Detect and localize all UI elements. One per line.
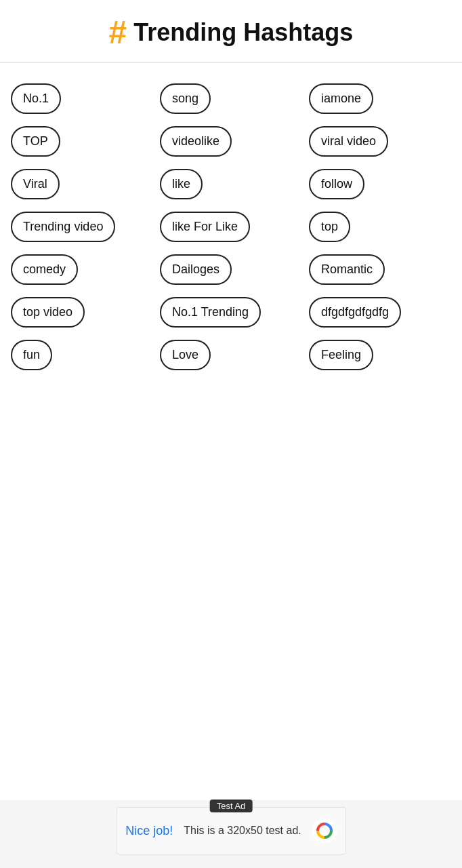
tags-grid: No.1TOPViralTrending videocomedytop vide… bbox=[11, 83, 451, 370]
tag-pill[interactable]: song bbox=[160, 83, 211, 114]
content-area: No.1TOPViralTrending videocomedytop vide… bbox=[0, 63, 462, 800]
ad-nice-text: Nice job! bbox=[125, 824, 173, 838]
tag-pill[interactable]: like For Like bbox=[160, 212, 250, 242]
tag-pill[interactable]: Feeling bbox=[309, 340, 373, 370]
hashtag-icon: # bbox=[109, 16, 127, 49]
tag-pill[interactable]: Dailoges bbox=[160, 254, 232, 285]
tag-pill[interactable]: Trending video bbox=[11, 212, 115, 242]
column-3: iamoneviral videofollowtopRomanticdfgdfg… bbox=[309, 83, 451, 370]
ad-banner: Test Ad Nice job! This is a 320x50 test … bbox=[116, 807, 346, 854]
tag-pill[interactable]: videolike bbox=[160, 126, 232, 157]
ad-label: Test Ad bbox=[210, 800, 253, 812]
ad-description: This is a 320x50 test ad. bbox=[184, 825, 301, 837]
tag-pill[interactable]: No.1 Trending bbox=[160, 297, 261, 328]
page-title: Trending Hashtags bbox=[133, 18, 353, 47]
svg-point-0 bbox=[312, 818, 337, 843]
tag-pill[interactable]: follow bbox=[309, 169, 364, 199]
tag-pill[interactable]: iamone bbox=[309, 83, 373, 114]
tag-pill[interactable]: top bbox=[309, 212, 350, 242]
tag-pill[interactable]: like bbox=[160, 169, 203, 199]
column-2: songvideolikelikelike For LikeDailogesNo… bbox=[160, 83, 302, 370]
tag-pill[interactable]: Viral bbox=[11, 169, 60, 199]
tag-pill[interactable]: top video bbox=[11, 297, 85, 328]
tag-pill[interactable]: Romantic bbox=[309, 254, 385, 285]
tag-pill[interactable]: fun bbox=[11, 340, 52, 370]
column-1: No.1TOPViralTrending videocomedytop vide… bbox=[11, 83, 153, 370]
tag-pill[interactable]: Love bbox=[160, 340, 211, 370]
tag-pill[interactable]: comedy bbox=[11, 254, 78, 285]
tag-pill[interactable]: viral video bbox=[309, 126, 388, 157]
tag-pill[interactable]: No.1 bbox=[11, 83, 61, 114]
tag-pill[interactable]: dfgdfgdfgdfg bbox=[309, 297, 401, 328]
ad-logo bbox=[312, 818, 337, 843]
tag-pill[interactable]: TOP bbox=[11, 126, 60, 157]
ad-area: Test Ad Nice job! This is a 320x50 test … bbox=[0, 800, 462, 868]
page-header: # Trending Hashtags bbox=[0, 0, 462, 63]
